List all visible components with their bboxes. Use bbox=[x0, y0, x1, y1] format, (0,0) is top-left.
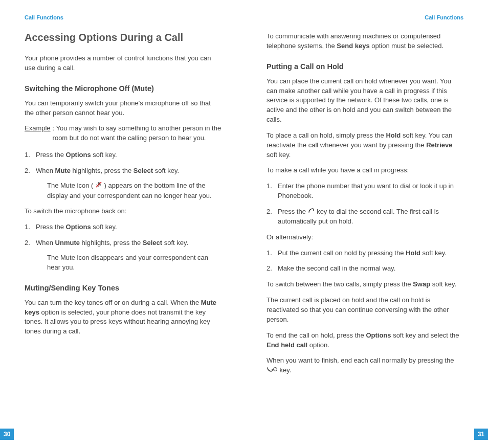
example-label: Example bbox=[25, 124, 51, 143]
hold-p6: To end the call on hold, press the Optio… bbox=[267, 331, 463, 350]
hold-step-1: 1.Enter the phone number that you want t… bbox=[267, 182, 463, 201]
hold-p3: To make a call while you have a call in … bbox=[267, 166, 463, 175]
page-title: Accessing Options During a Call bbox=[25, 32, 221, 43]
alt-step-2: 2.Make the second call in the normal way… bbox=[267, 264, 463, 274]
mute-back-on: To switch the microphone back on: bbox=[25, 207, 221, 216]
top-para: To communicate with answering machines o… bbox=[267, 32, 463, 51]
svg-line-4 bbox=[274, 368, 276, 370]
example: Example : You may wish to say something … bbox=[25, 124, 221, 143]
page-number-right: 31 bbox=[474, 429, 488, 440]
hold-p4: To switch between the two calls, simply … bbox=[267, 280, 463, 289]
hold-p5: The current call is placed on hold and t… bbox=[267, 296, 463, 325]
hold-p1: You can place the current call on hold w… bbox=[267, 77, 463, 125]
hold-heading: Putting a Call on Hold bbox=[267, 62, 463, 71]
call-key-icon bbox=[308, 207, 315, 217]
hold-step-2: 2. Press the key to dial the second call… bbox=[267, 207, 463, 227]
alt-step-1: 1. Put the current call on hold by press… bbox=[267, 249, 463, 258]
page-number-left: 30 bbox=[0, 429, 14, 440]
unmute-step-2: 2. When Unmute highlights, press the Sel… bbox=[25, 238, 221, 273]
header-right: Call Functions bbox=[267, 14, 463, 20]
tones-heading: Muting/Sending Key Tones bbox=[25, 284, 221, 292]
unmute-step-1: 1. Press the Options soft key. bbox=[25, 222, 221, 232]
end-call-icon bbox=[267, 366, 278, 375]
hold-p7: When you want to finish, end each call n… bbox=[267, 356, 463, 375]
intro: Your phone provides a number of control … bbox=[25, 54, 221, 73]
page-right: Call Functions To communicate with answe… bbox=[244, 0, 488, 448]
unmute-step-2-sub: The Mute icon disappears and your corres… bbox=[36, 253, 221, 273]
mute-step-1: 1. Press the Options soft key. bbox=[25, 150, 221, 160]
mute-heading: Switching the Microphone Off (Mute) bbox=[25, 84, 221, 93]
example-body: : You may wish to say something to anoth… bbox=[51, 124, 221, 143]
mute-on-steps: 1. Press the Options soft key. 2. When M… bbox=[25, 150, 221, 200]
mute-mic-icon bbox=[95, 181, 102, 191]
mute-off-steps: 1. Press the Options soft key. 2. When U… bbox=[25, 222, 221, 272]
hold-alt: Or alternatively: bbox=[267, 233, 463, 242]
hold-alt-steps: 1. Put the current call on hold by press… bbox=[267, 249, 463, 274]
page-left: Call Functions Accessing Options During … bbox=[0, 0, 244, 448]
mute-step-2: 2. When Mute highlights, press the Selec… bbox=[25, 166, 221, 201]
header-left: Call Functions bbox=[25, 14, 221, 20]
hold-p2: To place a call on hold, simply press th… bbox=[267, 131, 463, 160]
mute-p1: You can temporarily switch your phone's … bbox=[25, 99, 221, 118]
hold-steps: 1.Enter the phone number that you want t… bbox=[267, 182, 463, 227]
mute-step-2-sub: The Mute icon ( ) appears on the bottom … bbox=[36, 181, 221, 201]
tones-p1: You can turn the key tones off or on dur… bbox=[25, 298, 221, 337]
